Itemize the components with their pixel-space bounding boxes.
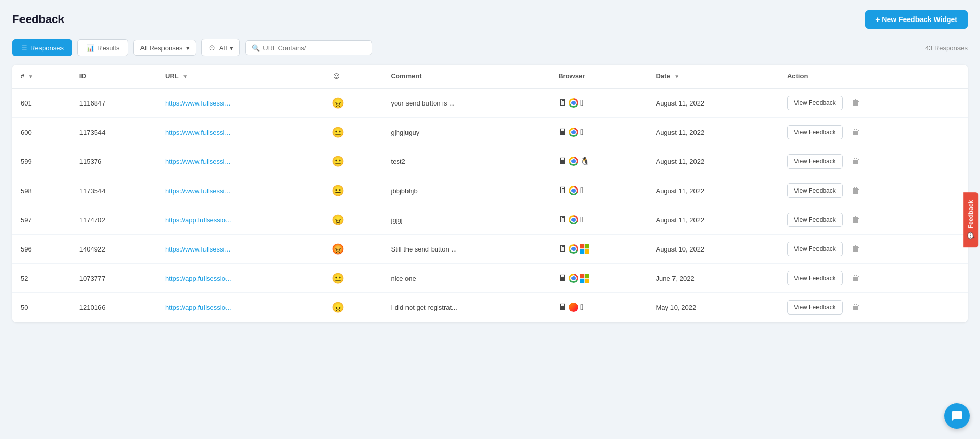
url-link[interactable]: https://www.fullsessi... <box>165 129 230 136</box>
search-input[interactable] <box>263 44 365 52</box>
col-comment: Comment <box>383 65 550 88</box>
cell-id: 1210166 <box>71 293 157 322</box>
apple-icon:  <box>580 98 583 108</box>
url-search-bar[interactable]: 🔍 <box>245 40 372 55</box>
cell-date: August 11, 2022 <box>647 176 779 205</box>
all-filter-dropdown[interactable]: ☺ All ▾ <box>201 39 240 56</box>
delete-button[interactable]: 🗑 <box>848 96 864 110</box>
view-feedback-button[interactable]: View Feedback <box>787 154 843 169</box>
tab-results[interactable]: 📊 Results <box>77 39 128 56</box>
cell-comment: Still the send button ... <box>383 235 550 264</box>
url-link[interactable]: https://www.fullsessi... <box>165 158 230 165</box>
cell-num: 596 <box>12 235 71 264</box>
cell-action: View Feedback 🗑 <box>779 293 968 322</box>
cell-comment: jbbjbbhjb <box>383 176 550 205</box>
cell-browser: 🖥  <box>550 118 647 147</box>
url-sort-icon: ▼ <box>182 74 188 79</box>
list-icon: ☰ <box>21 44 27 52</box>
delete-button[interactable]: 🗑 <box>848 271 864 285</box>
chat-icon <box>951 410 963 422</box>
chrome-icon <box>569 157 578 166</box>
sort-icon: ▼ <box>28 74 33 79</box>
table-row: 598 1173544 https://www.fullsessi... 😐 j… <box>12 176 968 205</box>
cell-num: 597 <box>12 205 71 235</box>
new-feedback-widget-button[interactable]: + New Feedback Widget <box>865 10 968 29</box>
url-link[interactable]: https://app.fullsessio... <box>165 304 231 311</box>
device-monitor-icon: 🖥 <box>558 98 567 108</box>
cell-url[interactable]: https://www.fullsessi... <box>157 88 323 118</box>
view-feedback-button[interactable]: View Feedback <box>787 96 843 110</box>
delete-button[interactable]: 🗑 <box>848 301 864 314</box>
linux-icon: 🐧 <box>580 157 590 166</box>
chrome-icon <box>569 274 578 283</box>
tab-responses[interactable]: ☰ Responses <box>12 39 72 56</box>
cell-url[interactable]: https://app.fullsessio... <box>157 264 323 293</box>
cell-action: View Feedback 🗑 <box>779 88 968 118</box>
all-responses-dropdown[interactable]: All Responses ▾ <box>133 40 196 56</box>
cell-action: View Feedback 🗑 <box>779 176 968 205</box>
delete-button[interactable]: 🗑 <box>848 213 864 226</box>
cell-browser: 🖥  <box>550 205 647 235</box>
firefox-icon <box>569 303 578 312</box>
apple-icon:  <box>580 128 583 137</box>
delete-button[interactable]: 🗑 <box>848 155 864 168</box>
cell-emoji: 😐 <box>323 264 382 293</box>
cell-num: 52 <box>12 264 71 293</box>
cell-emoji: 😐 <box>323 176 382 205</box>
url-link[interactable]: https://www.fullsessi... <box>165 99 230 107</box>
cell-url[interactable]: https://app.fullsessio... <box>157 205 323 235</box>
table-row: 596 1404922 https://www.fullsessi... 😡 S… <box>12 235 968 264</box>
view-feedback-button[interactable]: View Feedback <box>787 125 843 139</box>
view-feedback-button[interactable]: View Feedback <box>787 271 843 285</box>
cell-action: View Feedback 🗑 <box>779 118 968 147</box>
device-monitor-icon: 🖥 <box>558 215 567 225</box>
url-link[interactable]: https://app.fullsessio... <box>165 275 231 282</box>
cell-emoji: 😡 <box>323 235 382 264</box>
cell-date: August 11, 2022 <box>647 88 779 118</box>
bar-chart-icon: 📊 <box>86 44 94 52</box>
cell-emoji: 😠 <box>323 88 382 118</box>
view-feedback-button[interactable]: View Feedback <box>787 213 843 227</box>
view-feedback-button[interactable]: View Feedback <box>787 183 843 198</box>
table-row: 599 115376 https://www.fullsessi... 😐 te… <box>12 147 968 176</box>
cell-id: 1116847 <box>71 88 157 118</box>
url-link[interactable]: https://www.fullsessi... <box>165 245 230 253</box>
cell-id: 1404922 <box>71 235 157 264</box>
cell-id: 1073777 <box>71 264 157 293</box>
delete-button[interactable]: 🗑 <box>848 242 864 256</box>
cell-action: View Feedback 🗑 <box>779 264 968 293</box>
date-sort-icon: ▼ <box>674 74 679 79</box>
cell-url[interactable]: https://www.fullsessi... <box>157 118 323 147</box>
svg-rect-2 <box>580 249 584 254</box>
windows-icon <box>580 274 589 283</box>
cell-num: 598 <box>12 176 71 205</box>
delete-button[interactable]: 🗑 <box>848 184 864 197</box>
col-action: Action <box>779 65 968 88</box>
view-feedback-button[interactable]: View Feedback <box>787 300 843 315</box>
feedback-table: # ▼ ID URL ▼ ☺ Comment Browser Date ▼ Ac… <box>12 65 968 322</box>
cell-url[interactable]: https://www.fullsessi... <box>157 176 323 205</box>
col-date[interactable]: Date ▼ <box>647 65 779 88</box>
url-link[interactable]: https://app.fullsessio... <box>165 216 231 224</box>
col-url[interactable]: URL ▼ <box>157 65 323 88</box>
url-link[interactable]: https://www.fullsessi... <box>165 187 230 195</box>
col-emoji: ☺ <box>323 65 382 88</box>
cell-id: 1173544 <box>71 118 157 147</box>
chat-button[interactable] <box>944 403 970 429</box>
cell-emoji: 😠 <box>323 293 382 322</box>
cell-browser: 🖥 🐧 <box>550 147 647 176</box>
chrome-icon <box>569 244 578 254</box>
svg-rect-5 <box>585 274 589 278</box>
table-row: 52 1073777 https://app.fullsessio... 😐 n… <box>12 264 968 293</box>
delete-button[interactable]: 🗑 <box>848 126 864 139</box>
cell-url[interactable]: https://www.fullsessi... <box>157 147 323 176</box>
cell-url[interactable]: https://www.fullsessi... <box>157 235 323 264</box>
cell-action: View Feedback 🗑 <box>779 205 968 235</box>
cell-date: June 7, 2022 <box>647 264 779 293</box>
cell-comment: jgjgj <box>383 205 550 235</box>
cell-emoji: 😠 <box>323 205 382 235</box>
view-feedback-button[interactable]: View Feedback <box>787 242 843 256</box>
side-feedback-tab[interactable]: 💬 Feedback <box>963 192 978 247</box>
cell-url[interactable]: https://app.fullsessio... <box>157 293 323 322</box>
cell-date: May 10, 2022 <box>647 293 779 322</box>
